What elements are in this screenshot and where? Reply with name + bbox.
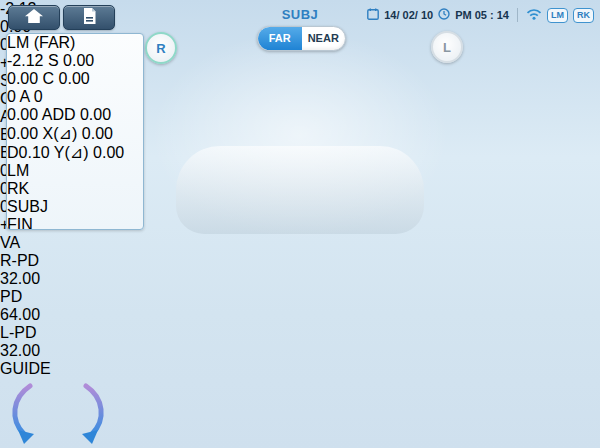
status-bar: 14/ 02/ 10 PM 05 : 14 LM RK <box>367 6 594 24</box>
lm-row-label: Y(⊿) <box>54 144 89 161</box>
clock-icon <box>438 8 450 22</box>
lm-left-value: 0 <box>34 88 43 105</box>
lm-left-value: 0.00 <box>80 106 111 123</box>
lm-right-value: -2.12 <box>7 52 43 69</box>
lm-row-prism-x: 0.00 X(⊿) 0.00 <box>7 124 143 143</box>
lm-data-panel: LM (FAR) -2.12 S 0.00 0.00 C 0.00 0 A 0 … <box>6 33 144 230</box>
phoropter-body <box>176 146 424 234</box>
left-pd-label: L-PD <box>0 324 600 342</box>
date-text: 14/ 02/ 10 <box>384 9 433 21</box>
lm-row-prism-y: D0.10 Y(⊿) 0.00 <box>7 143 143 162</box>
document-icon <box>83 8 96 28</box>
time-text: PM 05 : 14 <box>455 9 509 21</box>
lm-values: -2.12 S 0.00 0.00 C 0.00 0 A 0 0.00 ADD … <box>7 52 143 162</box>
far-option[interactable]: FAR <box>258 27 302 50</box>
left-pd-value: 32.00 <box>0 342 600 360</box>
tab-rk[interactable]: RK <box>7 180 143 198</box>
tab-lm[interactable]: LM <box>7 162 143 180</box>
lm-row-label: A <box>19 88 29 105</box>
tab-subj[interactable]: SUBJ <box>7 198 143 216</box>
home-icon <box>25 9 43 27</box>
lm-right-value: 0 <box>7 88 16 105</box>
lm-panel-title: LM (FAR) <box>7 34 143 52</box>
patient-data-button[interactable] <box>63 5 115 30</box>
left-eye-indicator[interactable]: L <box>431 31 463 63</box>
lm-left-value: 0.00 <box>93 144 124 161</box>
lm-row-add: 0.00 ADD 0.00 <box>7 106 143 124</box>
lm-right-value: 0.00 <box>7 106 38 123</box>
lm-right-value: 0.00 <box>7 125 38 142</box>
pd-label: PD <box>0 288 600 306</box>
pd-readout[interactable]: PD 64.00 <box>0 288 600 324</box>
wifi-icon <box>526 8 542 22</box>
lm-row-label: C <box>43 70 55 87</box>
lm-row-sphere: -2.12 S 0.00 <box>7 52 143 70</box>
right-pd-value: 32.00 <box>0 270 600 288</box>
guide-panel-title: GUIDE <box>0 360 600 378</box>
right-eye-indicator[interactable]: R <box>145 32 177 64</box>
guide-panel: GUIDE + − G R Dial Which numbers are cle… <box>0 360 600 448</box>
pd-value: 64.00 <box>0 306 600 324</box>
divider <box>517 8 518 22</box>
left-pd-readout[interactable]: L-PD 32.00 <box>0 324 600 360</box>
tab-fin[interactable]: FIN <box>7 216 143 230</box>
near-option[interactable]: NEAR <box>302 27 346 50</box>
lm-row-label: X(⊿) <box>43 125 78 142</box>
lm-status-badge: LM <box>547 8 568 23</box>
lm-row-axis: 0 A 0 <box>7 88 143 106</box>
lm-right-value: 0.00 <box>7 70 38 87</box>
phoropter-screen: SUBJ 14/ 02/ 10 PM 05 : 14 LM RK FAR NEA… <box>0 0 600 448</box>
dial-direction-arrows <box>0 378 116 448</box>
right-pd-label: R-PD <box>0 252 600 270</box>
lm-left-value: 0.00 <box>63 52 94 69</box>
lm-right-value: D0.10 <box>7 144 50 161</box>
far-near-toggle[interactable]: FAR NEAR <box>257 26 346 51</box>
lm-left-value: 0.00 <box>59 70 90 87</box>
lm-row-label: ADD <box>42 106 76 123</box>
right-pd-readout[interactable]: R-PD 32.00 <box>0 252 600 288</box>
calendar-icon <box>367 8 379 22</box>
lm-row-label: S <box>48 52 59 69</box>
rk-status-badge: RK <box>573 8 594 23</box>
home-button[interactable] <box>8 5 60 30</box>
lm-row-cylinder: 0.00 C 0.00 <box>7 70 143 88</box>
data-source-tabs: LM RK SUBJ FIN <box>7 162 143 230</box>
mode-title: SUBJ <box>260 7 340 22</box>
lm-left-value: 0.00 <box>82 125 113 142</box>
